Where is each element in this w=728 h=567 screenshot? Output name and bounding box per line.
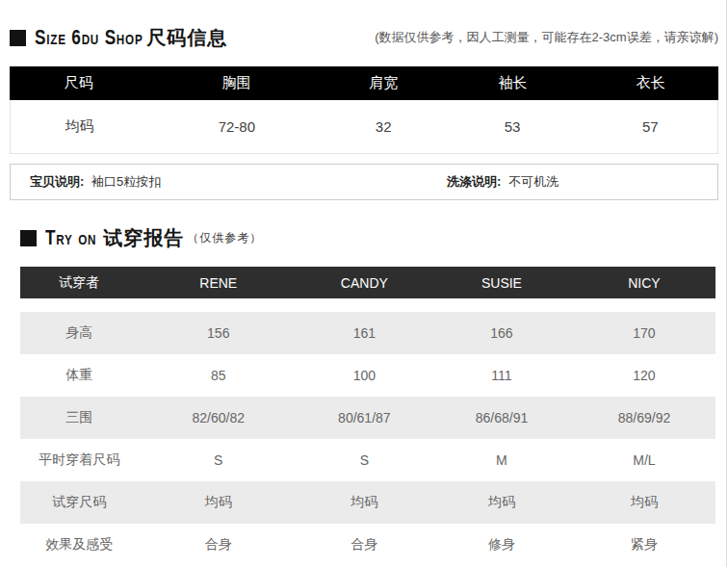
tryon-table-cell: M xyxy=(430,452,573,468)
size-table-header-cell: 肩宽 xyxy=(325,74,442,92)
row-label-cell: 平时穿着尺码 xyxy=(20,451,139,469)
tryon-table-row-height: 身高 156 161 166 170 xyxy=(20,312,715,354)
tryon-section-title-row: Try on 试穿报告 （仅供参考） xyxy=(20,227,715,248)
size-table-header-cell: 衣长 xyxy=(584,74,718,92)
size-table-header-cell: 尺码 xyxy=(10,74,148,92)
tryon-table-cell: 紧身 xyxy=(573,536,715,554)
tryon-table-cell: 合身 xyxy=(139,536,299,554)
tryon-table-cell: 合身 xyxy=(299,536,430,554)
tryon-table-cell: 均码 xyxy=(139,494,299,511)
size-table-data-row: 均码 72-80 32 53 57 xyxy=(10,100,718,154)
tryon-disclaimer: （仅供参考） xyxy=(187,230,262,246)
tryon-table-cell: 100 xyxy=(299,368,430,383)
tryon-table-cell: 80/61/87 xyxy=(299,410,430,425)
wash-note: 洗涤说明: 不可机洗 xyxy=(428,173,559,191)
tryon-title-en: Try on xyxy=(45,225,96,250)
tryon-table-cell: 均码 xyxy=(430,494,573,511)
tryon-table-cell: S xyxy=(139,452,299,468)
tryon-table-cell: 86/68/91 xyxy=(430,410,573,425)
tryon-table-row-tried-size: 试穿尺码 均码 均码 均码 均码 xyxy=(20,481,715,524)
tryon-table-cell: 修身 xyxy=(430,536,573,554)
tryon-table-header-row: 试穿者 RENE CANDY SUSIE NICY xyxy=(20,267,715,298)
size-table-header-cell: 胸围 xyxy=(148,74,325,92)
row-label-cell: 身高 xyxy=(20,324,139,342)
size-title-en: Size 6du Shop xyxy=(35,25,143,50)
size-table-cell: 32 xyxy=(325,118,442,135)
size-section: Size 6du Shop 尺码信息 (数据仅供参考，因人工测量，可能存在2-3… xyxy=(10,27,718,200)
size-table-cell: 均码 xyxy=(11,117,148,136)
row-label-cell: 体重 xyxy=(20,367,139,384)
tryon-table-cell: 156 xyxy=(139,325,299,341)
item-note-value: 袖口5粒按扣 xyxy=(91,174,161,189)
tryon-table-row-weight: 体重 85 100 111 120 xyxy=(20,354,715,397)
black-square-icon xyxy=(20,230,37,246)
tryon-table-cell: 166 xyxy=(430,325,573,341)
wash-note-value: 不可机洗 xyxy=(508,174,559,189)
size-table-header-row: 尺码 胸围 肩宽 袖长 衣长 xyxy=(10,66,718,100)
row-label-cell: 三围 xyxy=(20,409,139,426)
size-section-title: Size 6du Shop 尺码信息 xyxy=(10,25,227,51)
row-label-cell: 试穿尺码 xyxy=(20,494,139,511)
size-title-cn: 尺码信息 xyxy=(146,25,227,51)
tryon-table-row-usual-size: 平时穿着尺码 S S M M/L xyxy=(20,439,715,481)
size-table-cell: 72-80 xyxy=(148,118,325,135)
tryon-table-cell: 85 xyxy=(139,368,299,383)
product-size-info-page: Size 6du Shop 尺码信息 (数据仅供参考，因人工测量，可能存在2-3… xyxy=(0,0,727,567)
tryon-title-cn: 试穿报告 xyxy=(103,225,184,251)
size-section-title-row: Size 6du Shop 尺码信息 (数据仅供参考，因人工测量，可能存在2-3… xyxy=(10,27,718,48)
size-table-header-cell: 袖长 xyxy=(442,74,584,92)
tryon-table-cell: 161 xyxy=(299,325,430,341)
black-square-icon xyxy=(10,30,26,46)
tryon-table-cell: 均码 xyxy=(299,494,430,511)
tryon-table-cell: 88/69/92 xyxy=(573,410,715,425)
tryon-section-title: Try on 试穿报告 （仅供参考） xyxy=(20,225,262,251)
size-table-cell: 57 xyxy=(584,118,717,135)
tryon-table-header-cell: 试穿者 xyxy=(20,274,139,292)
tryon-table-cell: 120 xyxy=(573,368,715,383)
tryon-table-row-measurements: 三围 82/60/82 80/61/87 86/68/91 88/69/92 xyxy=(20,397,715,439)
tryon-section: Try on 试穿报告 （仅供参考） 试穿者 RENE CANDY SUSIE … xyxy=(20,227,715,566)
item-note: 宝贝说明: 袖口5粒按扣 xyxy=(11,173,428,191)
tryon-table-row-fit-feeling: 效果及感受 合身 合身 修身 紧身 xyxy=(20,524,715,566)
item-note-label: 宝贝说明: xyxy=(30,174,84,189)
tryon-table-cell: 均码 xyxy=(573,494,715,511)
product-notes-box: 宝贝说明: 袖口5粒按扣 洗涤说明: 不可机洗 xyxy=(10,164,718,200)
wash-note-label: 洗涤说明: xyxy=(447,174,501,189)
tryon-table-cell: 111 xyxy=(430,368,573,383)
tryon-table-header-cell: NICY xyxy=(573,275,715,291)
row-label-cell: 效果及感受 xyxy=(20,536,139,554)
tryon-table-cell: S xyxy=(299,452,430,468)
tryon-table-header-cell: RENE xyxy=(139,275,299,291)
tryon-table-cell: 170 xyxy=(573,325,715,341)
tryon-table-header-cell: SUSIE xyxy=(430,275,573,291)
tryon-table-cell: M/L xyxy=(573,452,715,468)
tryon-table-header-cell: CANDY xyxy=(299,275,430,291)
measurement-disclaimer: (数据仅供参考，因人工测量，可能存在2-3cm误差，请亲谅解) xyxy=(375,29,718,46)
size-table-cell: 53 xyxy=(442,118,584,135)
tryon-table-cell: 82/60/82 xyxy=(139,410,299,425)
